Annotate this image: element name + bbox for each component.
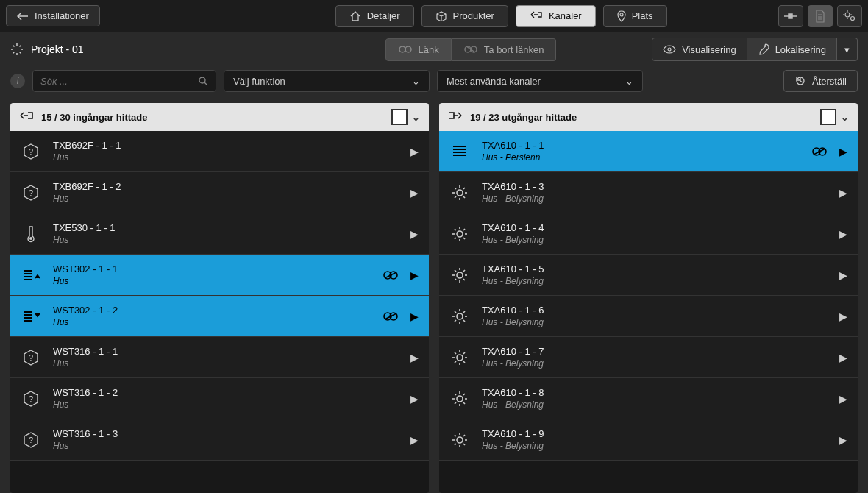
output-row[interactable]: TXA610 - 1 - 6Hus - Belysning▶ [439, 296, 858, 337]
input-row[interactable]: ?WST316 - 1 - 2Hus▶ [10, 378, 429, 419]
inputs-list[interactable]: ?TXB692F - 1 - 1Hus▶?TXB692F - 1 - 2Hus▶… [10, 131, 429, 493]
play-icon[interactable]: ▶ [839, 228, 847, 240]
tab-channels[interactable]: Kanaler [516, 5, 596, 27]
svg-line-8 [13, 52, 15, 54]
play-icon[interactable]: ▶ [410, 187, 419, 199]
row-title: WST302 - 1 - 2 [53, 305, 371, 316]
tab-label: Plats [632, 10, 653, 21]
svg-point-57 [457, 272, 463, 278]
row-subtitle: Hus - Persienn [482, 152, 800, 163]
row-title: TXB692F - 1 - 2 [53, 181, 399, 192]
tab-details[interactable]: Detaljer [335, 5, 414, 27]
output-row[interactable]: TXA610 - 1 - 3Hus - Belysning▶ [439, 172, 858, 213]
search-input[interactable] [40, 76, 198, 87]
input-row[interactable]: ?WST316 - 1 - 3Hus▶ [10, 419, 429, 461]
link-badge-icon [383, 270, 399, 280]
select-all-checkbox[interactable] [391, 109, 408, 125]
row-title: TXA610 - 1 - 4 [482, 222, 828, 233]
row-text: TXA610 - 1 - 4Hus - Belysning [482, 222, 828, 245]
svg-line-55 [455, 238, 456, 239]
play-icon[interactable]: ▶ [410, 434, 419, 446]
output-row[interactable]: TXA610 - 1 - 4Hus - Belysning▶ [439, 213, 858, 255]
input-row[interactable]: ?TXB692F - 1 - 2Hus▶ [10, 172, 429, 213]
play-icon[interactable]: ▶ [839, 352, 847, 363]
input-row[interactable]: WST302 - 1 - 2Hus▶ [10, 296, 429, 337]
play-icon[interactable]: ▶ [410, 393, 419, 405]
inputs-panel: 15 / 30 ingångar hittade ⌄ ?TXB692F - 1 … [10, 103, 429, 493]
row-title: WST316 - 1 - 2 [53, 387, 399, 398]
svg-line-64 [455, 279, 456, 280]
question-icon: ? [21, 391, 41, 407]
link-button[interactable]: Länk [385, 38, 452, 61]
chevron-down-icon[interactable]: ⌄ [412, 112, 420, 123]
select-all-checkbox[interactable] [820, 109, 836, 125]
top-tabs: Detaljer Produkter Kanaler Plats [335, 5, 667, 27]
row-title: WST316 - 1 - 3 [53, 428, 399, 439]
channels-select[interactable]: Mest använda kanaler ⌄ [437, 70, 643, 92]
settings-button[interactable] [837, 5, 862, 27]
row-subtitle: Hus - Belysning [482, 441, 828, 451]
play-icon[interactable]: ▶ [839, 434, 847, 446]
play-icon[interactable]: ▶ [410, 228, 419, 240]
panels: 15 / 30 ingångar hittade ⌄ ?TXB692F - 1 … [0, 96, 868, 493]
unlink-button[interactable]: Ta bort länken [452, 38, 557, 61]
link-badge-icon [383, 311, 399, 322]
light-icon [449, 308, 470, 324]
play-icon[interactable]: ▶ [410, 352, 419, 363]
play-icon[interactable]: ▶ [839, 187, 847, 199]
row-text: TXA610 - 1 - 1Hus - Persienn [482, 140, 800, 163]
unlink-label: Ta bort länken [484, 44, 544, 55]
play-icon[interactable]: ▶ [839, 311, 847, 322]
row-subtitle: Hus [53, 441, 399, 451]
light-icon [449, 391, 470, 407]
row-text: TXA610 - 1 - 8Hus - Belysning [482, 387, 828, 410]
connector-button[interactable] [778, 5, 803, 27]
output-row[interactable]: TXA610 - 1 - 5Hus - Belysning▶ [439, 255, 858, 296]
outputs-panel: 19 / 23 utgångar hittade ⌄ TXA610 - 1 - … [439, 103, 858, 493]
output-row[interactable]: TXA610 - 1 - 9Hus - Belysning▶ [439, 419, 858, 461]
output-row[interactable]: TXA610 - 1 - 7Hus - Belysning▶ [439, 337, 858, 378]
tab-products[interactable]: Produkter [421, 5, 508, 27]
localize-dropdown[interactable]: ▾ [837, 38, 858, 61]
svg-line-53 [455, 229, 456, 230]
row-title: TXA610 - 1 - 8 [482, 387, 828, 398]
play-icon[interactable]: ▶ [410, 311, 419, 322]
tab-location[interactable]: Plats [603, 5, 667, 27]
visualize-button[interactable]: Visualisering [652, 38, 747, 61]
thermometer-icon [21, 225, 41, 243]
info-icon[interactable]: i [10, 74, 25, 88]
svg-line-65 [463, 270, 465, 272]
search-box[interactable] [32, 70, 216, 92]
top-bar: Installationer Detaljer Produkter Kanale… [0, 0, 868, 32]
play-icon[interactable]: ▶ [839, 146, 847, 157]
output-row[interactable]: TXA610 - 1 - 8Hus - Belysning▶ [439, 378, 858, 419]
document-button[interactable] [808, 5, 833, 27]
visualize-label: Visualisering [682, 44, 736, 55]
row-subtitle: Hus [53, 152, 399, 163]
row-text: TXA610 - 1 - 5Hus - Belysning [482, 263, 828, 286]
svg-line-14 [466, 46, 475, 52]
output-row[interactable]: TXA610 - 1 - 1Hus - Persienn▶ [439, 131, 858, 172]
row-title: TXA610 - 1 - 9 [482, 428, 828, 439]
play-icon[interactable]: ▶ [410, 146, 419, 157]
light-icon [449, 185, 470, 201]
outputs-list[interactable]: TXA610 - 1 - 1Hus - Persienn▶TXA610 - 1 … [439, 131, 858, 493]
row-title: WST316 - 1 - 1 [53, 346, 399, 357]
back-button[interactable]: Installationer [6, 5, 100, 26]
blind-icon [449, 144, 470, 159]
row-subtitle: Hus - Belysning [482, 317, 828, 327]
input-row[interactable]: ?WST316 - 1 - 1Hus▶ [10, 337, 429, 378]
play-icon[interactable]: ▶ [410, 269, 419, 281]
row-text: TXA610 - 1 - 3Hus - Belysning [482, 181, 828, 204]
chevron-down-icon[interactable]: ⌄ [841, 112, 849, 123]
input-row[interactable]: ?TXB692F - 1 - 1Hus▶ [10, 131, 429, 172]
localize-button[interactable]: Lokalisering [747, 38, 837, 61]
function-select[interactable]: Välj funktion ⌄ [224, 70, 430, 92]
reset-button[interactable]: Återställ [783, 70, 858, 92]
input-row[interactable]: TXE530 - 1 - 1Hus▶ [10, 213, 429, 255]
row-subtitle: Hus [53, 194, 399, 204]
play-icon[interactable]: ▶ [839, 393, 847, 405]
input-row[interactable]: WST302 - 1 - 1Hus▶ [10, 255, 429, 296]
tab-label: Kanaler [549, 10, 582, 21]
play-icon[interactable]: ▶ [839, 269, 847, 281]
